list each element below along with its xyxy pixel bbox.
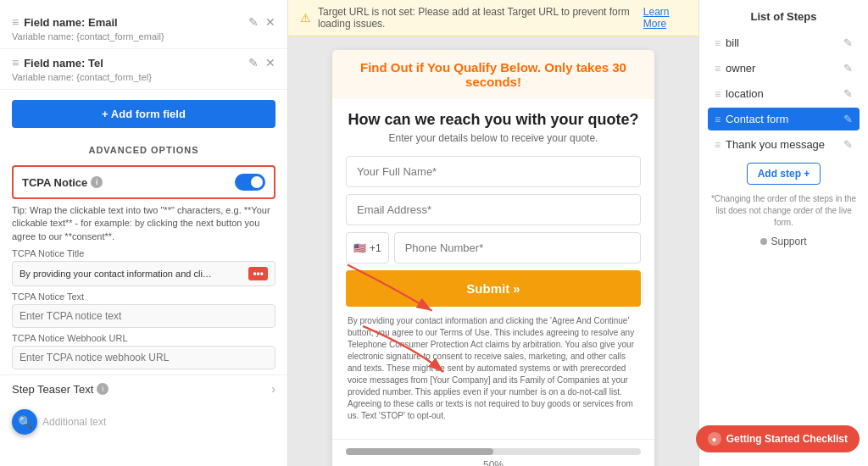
step-label: Contact form [726,113,838,125]
progress-bar-outer [346,448,641,455]
tcpa-webhook-block: TCPA Notice Webhook URL [12,333,275,369]
tcpa-title-value: By providing your contact information an… [19,269,214,279]
phone-input[interactable] [394,232,641,264]
steps-list: ≡ bill ✎ ≡ owner ✎ ≡ location ✎ ≡ Contac… [708,31,860,156]
getting-started-button[interactable]: ● Getting Started Checklist [696,425,860,452]
tcpa-label-text: TCPA Notice [22,176,87,189]
right-panel: List of Steps ≡ bill ✎ ≡ owner ✎ ≡ locat… [698,0,868,466]
tcpa-title-dots[interactable]: ••• [248,267,268,280]
step-edit-icon[interactable]: ✎ [843,113,853,125]
drag-handle-tel[interactable]: ≡ [12,56,19,69]
delete-tel-icon[interactable]: ✕ [265,56,275,69]
step-label: Thank you message [726,138,838,151]
add-form-field-button[interactable]: + Add form field [12,100,275,128]
step-edit-icon[interactable]: ✎ [843,36,853,49]
tcpa-webhook-input[interactable] [12,346,275,369]
tcpa-title-label: TCPA Notice Title [12,248,275,258]
step-drag-handle: ≡ [715,37,721,49]
tcpa-toggle[interactable] [235,174,265,191]
step-drag-handle: ≡ [715,139,721,151]
tel-var-name: Variable name: {contact_form_tel} [12,72,275,82]
tcpa-info-icon[interactable]: i [91,176,103,188]
tcpa-title-field[interactable]: By providing your contact information an… [12,261,275,286]
progress-bar-inner [346,448,493,455]
left-panel: ≡ Field name: Email ✎ ✕ Variable name: {… [0,0,288,466]
edit-email-icon[interactable]: ✎ [248,15,259,29]
step-label: location [726,87,838,100]
step-teaser-label-text: Step Teaser Text [12,383,93,396]
step-teaser-info-icon[interactable]: i [97,383,108,395]
step-item-contact-form[interactable]: ≡ Contact form ✎ [708,108,860,130]
step-edit-icon[interactable]: ✎ [843,87,853,100]
promo-text: Find Out if You Qualify Below. Only take… [360,60,626,89]
email-var-name: Variable name: {contact_form_email} [12,31,275,42]
tcpa-webhook-label: TCPA Notice Webhook URL [12,333,275,343]
phone-code: +1 [370,242,381,254]
step-edit-icon[interactable]: ✎ [843,62,853,75]
delete-email-icon[interactable]: ✕ [265,15,275,29]
warning-bar: ⚠ Target URL is not set: Please add at l… [288,0,698,36]
form-promo: Find Out if You Qualify Below. Only take… [332,50,654,99]
tcpa-tip-text: Tip: Wrap the clickable text into two "*… [12,204,275,243]
step-item-location[interactable]: ≡ location ✎ [708,82,860,105]
step-item-thank-you-message[interactable]: ≡ Thank you message ✎ [708,133,860,156]
email-field-title: Field name: Email [24,16,118,29]
add-step-button[interactable]: Add step + [747,163,821,185]
support-link[interactable]: Support [708,236,860,247]
step-drag-handle: ≡ [715,88,721,100]
getting-started-label: Getting Started Checklist [726,433,848,445]
drag-handle-email[interactable]: ≡ [12,15,19,29]
step-item-owner[interactable]: ≡ owner ✎ [708,57,860,80]
progress-section: 50% 31,593 people requested a solar quot… [332,439,654,466]
email-field-block: ≡ Field name: Email ✎ ✕ Variable name: {… [0,8,287,49]
step-item-bill[interactable]: ≡ bill ✎ [708,31,860,54]
step-drag-handle: ≡ [715,63,721,75]
step-edit-icon[interactable]: ✎ [843,138,853,151]
tcpa-notice-text-block: TCPA Notice Text [12,291,275,328]
advanced-options-title: ADVANCED OPTIONS [0,138,287,160]
progress-text: 50% [346,459,641,466]
support-label: Support [771,236,806,247]
bottom-area: 🔍 Additional text [0,402,287,441]
tel-field-title: Field name: Tel [24,57,103,69]
center-panel: ⚠ Target URL is not set: Please add at l… [288,0,698,466]
warning-text: Target URL is not set: Please add at lea… [318,6,637,30]
form-subtext: Enter your details below to receive your… [346,132,641,144]
form-preview: Find Out if You Qualify Below. Only take… [332,50,654,466]
learn-more-link[interactable]: Learn More [643,6,687,30]
warning-icon: ⚠ [300,11,311,25]
tcpa-title-block: TCPA Notice Title By providing your cont… [12,248,275,286]
form-heading: How can we reach you with your quote? [346,111,641,129]
step-drag-handle: ≡ [715,114,721,125]
tcpa-disclaimer-text: By providing your contact information an… [346,315,641,430]
step-label: owner [726,62,838,75]
tcpa-text-label: TCPA Notice Text [12,291,275,302]
flag-emoji: 🇺🇸 [353,242,366,254]
additional-text: Additional text [42,416,106,428]
list-of-steps-title: List of Steps [708,10,860,23]
email-input[interactable] [346,194,641,225]
phone-row: 🇺🇸 +1 [346,232,641,264]
tcpa-notice-text-input[interactable] [12,304,275,328]
steps-note: *Changing the order of the steps in the … [708,193,860,229]
step-teaser-chevron: › [271,382,275,396]
step-label: bill [726,36,838,49]
tel-field-block: ≡ Field name: Tel ✎ ✕ Variable name: {co… [0,49,287,90]
step-teaser-block[interactable]: Step Teaser Text i › [0,374,287,402]
form-fields: 🇺🇸 +1 Submit » By providing your contact… [332,147,654,439]
support-dot-icon [760,238,767,245]
form-headline: How can we reach you with your quote? En… [332,99,654,147]
phone-flag[interactable]: 🇺🇸 +1 [346,232,389,264]
tcpa-notice-block: TCPA Notice i [12,165,275,199]
edit-tel-icon[interactable]: ✎ [248,56,259,69]
submit-button[interactable]: Submit » [346,270,641,307]
full-name-input[interactable] [346,156,641,187]
fab-icon[interactable]: 🔍 [12,409,37,435]
getting-started-icon: ● [708,432,721,446]
progress-pct: 50% [483,459,504,466]
